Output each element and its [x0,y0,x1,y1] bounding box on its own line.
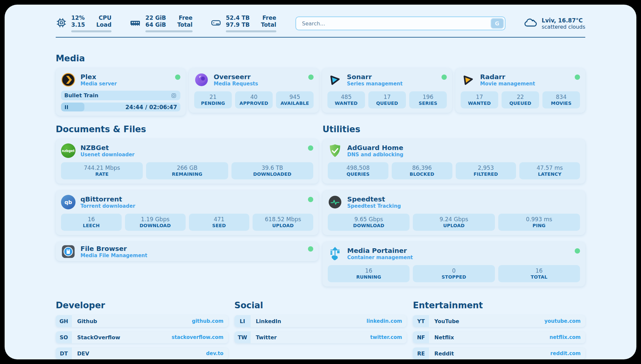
adguard-subtitle: DNS and adblocking [347,152,403,158]
plex-card[interactable]: Plex Media server Bullet Train 24:44 [56,68,186,116]
storage-monitor: 52.4 TB Free 97.9 TB Total [210,15,276,32]
link-url[interactable]: youtube.com [544,318,581,324]
filebrowser-subtitle: Media File Management [80,253,147,259]
speedtest-card[interactable]: Speedtest Speedtest Tracking 9.65 Gbps D… [322,191,585,235]
link-row-reddit[interactable]: RE Reddit reddit.com [413,348,585,359]
radarr-name: Radarr [480,73,535,81]
link-row-dev[interactable]: DT DEV dev.to [56,348,228,359]
nzbget-status-dot [308,145,313,151]
link-url[interactable]: stackoverflow.com [171,334,223,340]
weather-widget[interactable]: Lviv, 16.87°C scattered clouds [523,16,585,31]
stat-box: 17 QUEUED [368,91,406,108]
adguard-card[interactable]: AdGuard Home DNS and adblocking 498,508 … [322,139,585,184]
stat-label: PING [500,223,579,228]
link-url[interactable]: twitter.com [370,334,402,340]
sonarr-card[interactable]: Sonarr Series management 485 WANTED 17 Q… [322,68,452,113]
stat-value: 16 [62,216,120,223]
stat-value: 9.65 Gbps [329,216,408,223]
stat-box: 16 LEECH [61,214,122,231]
stat-value: 86,396 [393,165,451,171]
link-name: LinkedIn [256,318,281,324]
session-icon[interactable] [170,92,177,99]
stat-value: 744.21 Mbps [62,165,141,171]
stat-label: BLOCKED [393,171,451,177]
radarr-status-dot [575,75,580,80]
dev-badge: DT [56,348,72,359]
stat-value: 945 [277,94,312,100]
search-bar: G [295,16,505,30]
cpu-load-value: 3.15 [71,21,85,28]
stat-label: SEED [190,223,248,228]
stat-value: 266 GB [147,165,227,171]
stackoverflow-badge: SO [56,331,72,343]
plex-now-playing-row: Bullet Train [61,91,180,100]
stat-box: 9.24 Gbps UPLOAD [413,214,495,231]
media-section-title: Media [56,53,585,63]
link-url[interactable]: linkedin.com [367,318,402,324]
topbar-divider [56,37,585,38]
link-row-twitter[interactable]: TW Twitter twitter.com [234,331,407,343]
stat-label: TOTAL [500,274,579,280]
developer-section-title: Developer [56,300,228,310]
ram-total-value: 64 GiB [145,21,166,28]
search-input[interactable] [295,16,505,30]
stat-box: 485 WANTED [327,91,365,108]
stat-box: 196 SERIES [409,91,447,108]
nzbget-icon: nzbget [61,143,76,158]
stat-value: 47.57 ms [521,165,579,171]
filebrowser-card[interactable]: File Browser Media File Management [56,242,319,261]
cpu-usage-value: 12% [71,15,85,21]
dashboard-panel: 12% CPU 3.15 Load 22 GiB [5,5,636,359]
stat-value: 0 [414,267,493,274]
overseerr-card[interactable]: Overseerr Media Requests 21 PENDING 40 A… [189,68,319,113]
stat-box: 86,396 BLOCKED [392,162,452,179]
link-url[interactable]: github.com [192,318,224,324]
link-row-stackoverflow[interactable]: SO StackOverflow stackoverflow.com [56,331,228,343]
link-url[interactable]: netflix.com [550,334,581,340]
stat-label: UPLOAD [254,223,312,228]
link-url[interactable]: reddit.com [550,350,581,356]
google-search-button[interactable]: G [491,18,504,29]
nzbget-card[interactable]: nzbget NZBGet Usenet downloader 744.21 M… [56,139,319,184]
ram-free-label: Free [177,15,192,21]
stat-label: SERIES [411,101,445,106]
pause-icon[interactable] [65,105,68,109]
stat-box: 0.993 ms PING [498,214,580,231]
link-row-youtube[interactable]: YT YouTube youtube.com [413,315,585,327]
portainer-icon [328,246,342,261]
nzbget-subtitle: Usenet downloader [80,152,135,158]
overseerr-name: Overseerr [214,73,258,81]
entertainment-section-title: Entertainment [413,300,585,310]
qbittorrent-icon: qb [61,195,76,209]
ram-total-label: Total [177,21,192,28]
radarr-card[interactable]: Radarr Movie management 17 WANTED 22 QUE… [455,68,585,113]
stat-label: QUERIES [329,171,387,177]
portainer-status-dot [575,248,580,254]
stat-box: 945 AVAILABLE [276,91,314,108]
stat-label: DOWNLOAD [329,223,408,228]
link-row-linkedin[interactable]: LI LinkedIn linkedin.com [234,315,407,327]
link-url[interactable]: dev.to [206,350,224,356]
portainer-subtitle: Container management [347,255,413,261]
plex-play-time: 24:44 / 02:06:47 [125,104,177,110]
portainer-card[interactable]: Media Portainer Container management 16 … [322,242,585,287]
link-row-netflix[interactable]: NF Netflix netflix.com [413,331,585,343]
plex-now-playing-title: Bullet Train [64,92,98,99]
stat-value: 39.6 TB [233,165,312,171]
stat-value: 618.52 Mbps [254,216,312,223]
qbittorrent-card[interactable]: qb qBittorrent Torrent downloader 16 LEE… [56,191,319,235]
system-monitors: 12% CPU 3.15 Load 22 GiB [56,15,276,32]
speedtest-icon [328,195,342,209]
adguard-name: AdGuard Home [347,144,403,152]
link-row-github[interactable]: GH Github github.com [56,315,228,327]
stat-value: 471 [190,216,248,223]
cpu-label: CPU [96,15,111,21]
stat-label: STOPPED [414,274,493,280]
plex-playback-progress: 24:44 / 02:06:47 [61,103,180,111]
radarr-subtitle: Movie management [480,81,535,87]
stat-label: MOVIES [544,101,579,106]
speedtest-subtitle: Speedtest Tracking [347,203,401,209]
stat-label: LEECH [62,223,120,228]
filebrowser-name: File Browser [80,245,147,253]
link-name: Netflix [434,334,454,341]
